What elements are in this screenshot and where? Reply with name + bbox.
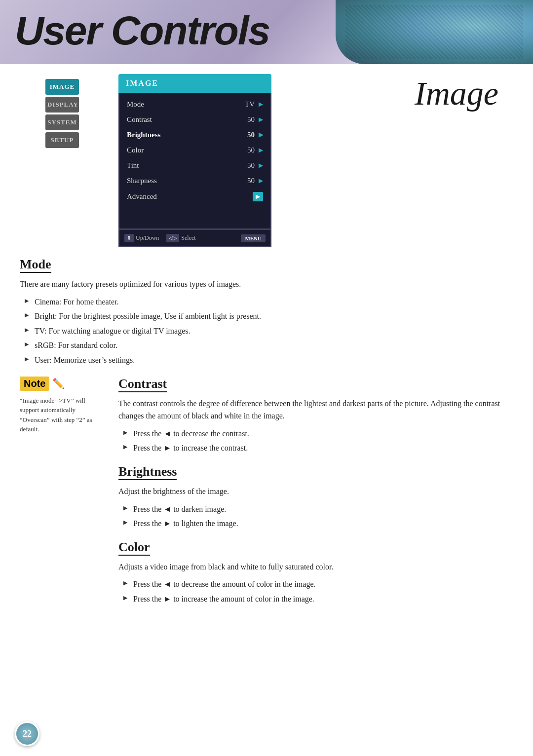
mode-heading: Mode [20, 257, 51, 273]
sidebar-item-system[interactable]: SYSTEM [45, 114, 79, 130]
color-heading: Color [118, 540, 150, 556]
menu-item-brightness-value: 50 [247, 131, 255, 139]
menu-item-mode-arrow: ▶ [259, 101, 263, 108]
menu-item-contrast-value: 50 [247, 115, 255, 124]
footer-select-label: Select [181, 234, 195, 242]
note-column: Note ✏️ “Image mode-->TV” will support a… [20, 377, 104, 615]
mode-bullet-3: sRGB: For standard color. [25, 339, 513, 352]
page-title: User Controls [15, 7, 269, 54]
menu-item-contrast[interactable]: Contrast 50 ▶ [119, 112, 270, 127]
brightness-description: Adjust the brightness of the image. [118, 485, 513, 498]
contrast-description: The contrast controls the degree of diff… [118, 397, 513, 422]
mode-bullets: Cinema: For home theater. Bright: For th… [20, 296, 513, 367]
menu-item-color-label: Color [127, 146, 247, 154]
footer-updown: ⇕ Up/Down [124, 234, 159, 242]
brightness-section: Brightness Adjust the brightness of the … [118, 464, 513, 530]
color-bullet-1: Press the ► to increase the amount of co… [123, 593, 513, 605]
menu-item-advanced-arrow: ▶ [253, 192, 263, 201]
menu-item-advanced-label: Advanced [127, 192, 190, 201]
contrast-heading: Contrast [118, 377, 167, 392]
menu-item-tint[interactable]: Tint 50 ▶ [119, 158, 270, 173]
menu-item-color-value: 50 [247, 146, 255, 154]
sidebar-item-image[interactable]: IMAGE [45, 79, 79, 95]
updown-icon: ⇕ [124, 234, 134, 242]
menu-item-tint-value: 50 [247, 161, 255, 170]
footer-updown-label: Up/Down [136, 234, 159, 242]
menu-item-tint-arrow: ▶ [259, 162, 263, 169]
page-header: User Controls [0, 0, 533, 64]
mode-bullet-2: TV: For watching analogue or digital TV … [25, 325, 513, 338]
brightness-bullet-0: Press the ◄ to darken image. [123, 503, 513, 516]
note-text: “Image mode-->TV” will support automatic… [20, 396, 104, 434]
contrast-bullet-0: Press the ◄ to decrease the contrast. [123, 427, 513, 440]
contrast-section: Contrast The contrast controls the degre… [118, 377, 513, 454]
right-panel: Image [281, 74, 518, 247]
contrast-bullet-1: Press the ► to increase the contrast. [123, 442, 513, 454]
menu-item-brightness[interactable]: Brightness 50 ▶ [119, 127, 270, 143]
menu-item-brightness-arrow: ▶ [259, 131, 263, 139]
menu-footer: ⇕ Up/Down ◁▷ Select MENU [118, 229, 271, 247]
menu-item-sharpness[interactable]: Sharpness 50 ▶ [119, 173, 270, 189]
menu-item-sharpness-label: Sharpness [127, 177, 247, 185]
sidebar-item-setup[interactable]: SETUP [45, 132, 79, 148]
menu-item-advanced[interactable]: Advanced ▶ [119, 189, 270, 205]
note-badge: Note ✏️ [20, 377, 104, 391]
footer-select: ◁▷ Select [166, 234, 195, 242]
menu-item-mode-value: TV [245, 100, 255, 109]
note-label: Note [20, 377, 49, 391]
mode-bullet-0: Cinema: For home theater. [25, 296, 513, 308]
menu-panel: IMAGE Mode TV ▶ Contrast 50 ▶ Brightness… [118, 74, 271, 247]
brightness-bullets: Press the ◄ to darken image. Press the ►… [118, 503, 513, 530]
page-number: 22 [15, 721, 39, 746]
menu-item-tint-label: Tint [127, 161, 247, 170]
two-col-layout: Note ✏️ “Image mode-->TV” will support a… [20, 377, 513, 615]
image-title: Image [291, 74, 518, 113]
menu-item-sharpness-arrow: ▶ [259, 177, 263, 185]
menu-body: Mode TV ▶ Contrast 50 ▶ Brightness 50 ▶ … [118, 93, 271, 229]
footer-menu-button[interactable]: MENU [241, 234, 266, 242]
color-bullets: Press the ◄ to decrease the amount of co… [118, 578, 513, 605]
menu-item-color-arrow: ▶ [259, 147, 263, 154]
right-doc: Contrast The contrast controls the degre… [118, 377, 513, 615]
menu-item-sharpness-value: 50 [247, 177, 255, 185]
menu-item-mode[interactable]: Mode TV ▶ [119, 97, 270, 112]
contrast-bullets: Press the ◄ to decrease the contrast. Pr… [118, 427, 513, 454]
brightness-heading: Brightness [118, 464, 177, 480]
menu-item-contrast-arrow: ▶ [259, 116, 263, 123]
sidebar: IMAGE DISPLAY SYSTEM SETUP [15, 74, 79, 247]
color-section: Color Adjusts a video image from black a… [118, 540, 513, 605]
menu-item-mode-label: Mode [127, 100, 245, 109]
menu-header: IMAGE [118, 74, 271, 93]
pencil-icon: ✏️ [52, 378, 65, 389]
menu-item-brightness-label: Brightness [127, 131, 247, 139]
header-decoration [336, 0, 533, 64]
mode-bullet-1: Bright: For the brightest possible image… [25, 310, 513, 323]
menu-item-color[interactable]: Color 50 ▶ [119, 143, 270, 158]
menu-item-contrast-label: Contrast [127, 115, 247, 124]
documentation: Mode There are many factory presets opti… [0, 257, 533, 645]
brightness-bullet-1: Press the ► to lighten the image. [123, 517, 513, 530]
mode-bullet-4: User: Memorize user’s settings. [25, 354, 513, 367]
mode-section: Mode There are many factory presets opti… [20, 257, 513, 367]
color-bullet-0: Press the ◄ to decrease the amount of co… [123, 578, 513, 591]
menu-tabs: IMAGE DISPLAY SYSTEM SETUP [15, 79, 79, 148]
main-content: IMAGE DISPLAY SYSTEM SETUP IMAGE Mode TV… [0, 64, 533, 257]
mode-description: There are many factory presets optimized… [20, 278, 513, 291]
sidebar-item-display[interactable]: DISPLAY [45, 97, 79, 113]
select-icon: ◁▷ [166, 234, 179, 242]
color-description: Adjusts a video image from black and whi… [118, 561, 513, 573]
